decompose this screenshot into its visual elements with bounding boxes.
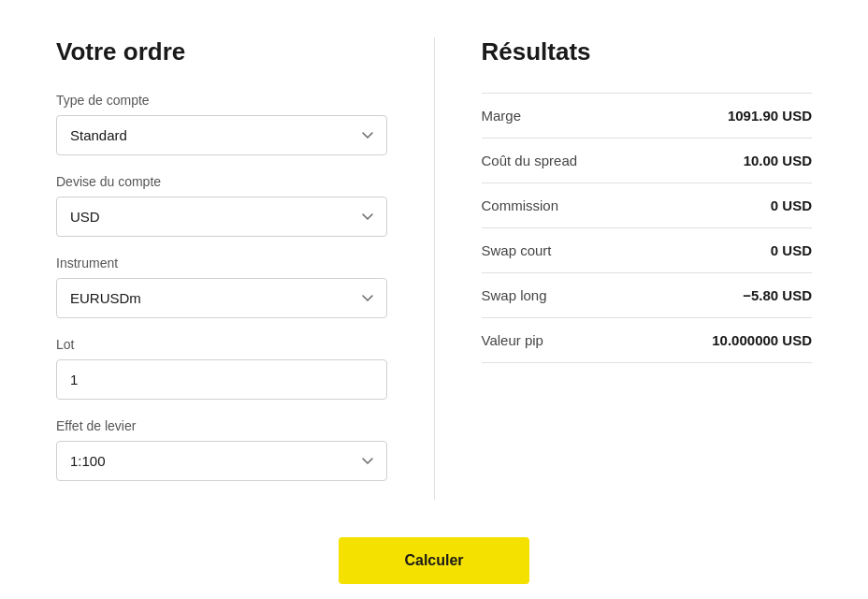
- result-label-marge: Marge: [482, 108, 522, 124]
- account-type-label: Type de compte: [56, 93, 387, 108]
- result-row-spread: Coût du spread 10.00 USD: [482, 139, 813, 183]
- currency-label: Devise du compte: [56, 174, 387, 189]
- instrument-select[interactable]: EURUSDm GBPUSDm: [56, 278, 387, 318]
- leverage-group: Effet de levier 1:100 1:50 1:200: [56, 418, 387, 481]
- result-row-commission: Commission 0 USD: [482, 183, 813, 228]
- footer: Calculer: [0, 519, 868, 599]
- instrument-group: Instrument EURUSDm GBPUSDm: [56, 256, 387, 318]
- results-table: Marge 1091.90 USD Coût du spread 10.00 U…: [482, 93, 813, 363]
- calculate-button[interactable]: Calculer: [339, 537, 528, 584]
- result-value-spread: 10.00 USD: [744, 153, 812, 168]
- result-label-spread: Coût du spread: [482, 153, 578, 168]
- currency-group: Devise du compte USD EUR GBP: [56, 174, 387, 237]
- right-panel-title: Résultats: [482, 37, 813, 66]
- account-type-group: Type de compte Standard ECN Pro: [56, 93, 387, 155]
- result-label-commission: Commission: [482, 197, 559, 213]
- left-panel: Votre ordre Type de compte Standard ECN …: [56, 37, 435, 500]
- lot-group: Lot: [56, 337, 387, 400]
- result-row-marge: Marge 1091.90 USD: [482, 93, 813, 139]
- result-label-swap-court: Swap court: [482, 242, 552, 258]
- result-value-swap-long: −5.80 USD: [743, 287, 812, 303]
- result-label-swap-long: Swap long: [482, 287, 547, 303]
- result-label-valeur-pip: Valeur pip: [482, 332, 543, 348]
- account-type-select[interactable]: Standard ECN Pro: [56, 115, 387, 155]
- result-row-swap-court: Swap court 0 USD: [482, 228, 813, 273]
- right-panel: Résultats Marge 1091.90 USD Coût du spre…: [435, 37, 813, 500]
- result-value-marge: 1091.90 USD: [728, 108, 812, 124]
- result-value-commission: 0 USD: [771, 197, 812, 213]
- leverage-select[interactable]: 1:100 1:50 1:200: [56, 441, 387, 481]
- lot-label: Lot: [56, 337, 387, 352]
- leverage-label: Effet de levier: [56, 418, 387, 433]
- result-row-swap-long: Swap long −5.80 USD: [482, 273, 813, 318]
- instrument-label: Instrument: [56, 256, 387, 270]
- left-panel-title: Votre ordre: [56, 37, 387, 66]
- result-value-swap-court: 0 USD: [771, 242, 812, 258]
- lot-input[interactable]: [56, 359, 387, 400]
- result-row-valeur-pip: Valeur pip 10.000000 USD: [482, 318, 813, 363]
- currency-select[interactable]: USD EUR GBP: [56, 197, 387, 237]
- result-value-valeur-pip: 10.000000 USD: [712, 332, 812, 348]
